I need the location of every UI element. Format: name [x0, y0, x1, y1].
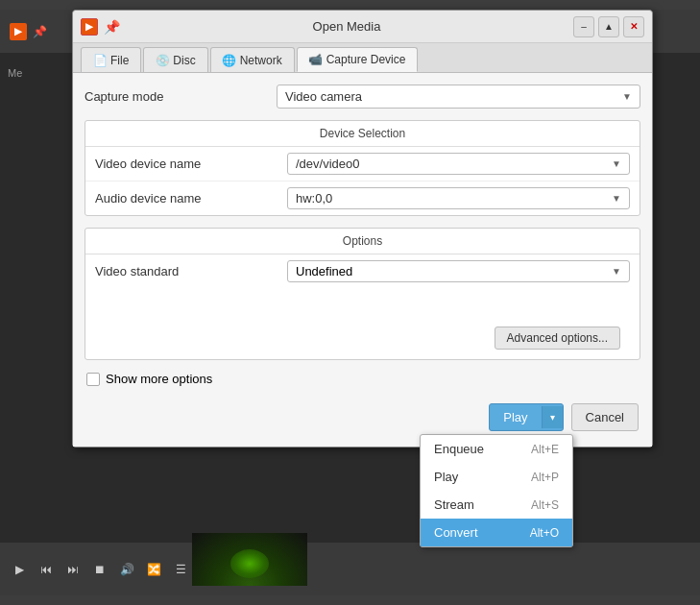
options-footer: Advanced options... — [85, 317, 640, 359]
tab-capture-label: Capture Device — [326, 53, 406, 66]
advanced-options-button[interactable]: Advanced options... — [495, 327, 620, 350]
video-standard-dropdown[interactable]: Undefined ▼ — [287, 260, 630, 282]
audio-device-row: Audio device name hw:0,0 ▼ — [85, 182, 640, 215]
shuffle-btn[interactable]: 🔀 — [144, 560, 163, 579]
file-icon: 📄 — [93, 54, 107, 67]
audio-device-value: hw:0,0 — [296, 191, 332, 206]
dropdown-enqueue[interactable]: Enqueue Alt+E — [421, 435, 572, 463]
convert-label: Convert — [434, 525, 478, 540]
show-more-label: Show more options — [106, 372, 212, 386]
video-device-dropdown[interactable]: /dev/video0 ▼ — [287, 153, 630, 175]
video-device-select[interactable]: /dev/video0 ▼ — [287, 153, 630, 175]
dialog-content: Capture mode Video camera ▼ Device Selec… — [73, 73, 652, 447]
viz-dot — [230, 549, 269, 578]
play-button-group[interactable]: Play ▾ — [489, 403, 563, 431]
vlc-bottom-bar: ▶ ⏮ ⏭ ⏹ 🔊 🔀 ☰ 🔁 ⤢ — [0, 543, 700, 595]
tab-bar: 📄 File 💿 Disc 🌐 Network 📹 Capture Device — [73, 43, 652, 73]
show-more-row: Show more options — [84, 372, 640, 386]
close-button[interactable]: ✕ — [623, 16, 644, 37]
vlc-label: 📌 — [33, 25, 47, 38]
tab-network[interactable]: 🌐 Network — [210, 47, 295, 72]
maximize-button[interactable]: ▲ — [598, 16, 619, 37]
open-media-dialog: ▶ 📌 Open Media – ▲ ✕ 📄 File 💿 Disc 🌐 Net… — [72, 10, 653, 448]
device-selection-box: Device Selection Video device name /dev/… — [84, 120, 640, 216]
video-device-label: Video device name — [95, 157, 287, 171]
cancel-button[interactable]: Cancel — [571, 403, 639, 431]
minimize-button[interactable]: – — [573, 16, 594, 37]
enqueue-label: Enqueue — [434, 442, 484, 456]
play-label: Play — [434, 470, 458, 484]
stream-label: Stream — [434, 497, 474, 512]
me-label: Me — [8, 67, 22, 79]
device-selection-title: Device Selection — [85, 121, 640, 147]
options-spacer — [85, 288, 640, 317]
dropdown-play[interactable]: Play Alt+P — [421, 463, 572, 491]
capture-mode-value: Video camera — [285, 89, 362, 104]
audio-device-dropdown[interactable]: hw:0,0 ▼ — [287, 187, 630, 209]
play-shortcut: Alt+P — [531, 471, 559, 484]
video-standard-arrow: ▼ — [612, 266, 621, 277]
tab-file-label: File — [110, 54, 129, 67]
tab-disc[interactable]: 💿 Disc — [143, 47, 207, 72]
list-btn[interactable]: ☰ — [171, 560, 190, 579]
video-device-row: Video device name /dev/video0 ▼ — [85, 147, 640, 182]
capture-mode-select[interactable]: Video camera ▼ — [277, 85, 640, 109]
play-dropdown-arrow[interactable]: ▾ — [542, 406, 563, 428]
vlc-icon: ▶ — [10, 23, 27, 40]
video-device-arrow: ▼ — [612, 158, 621, 169]
next-btn[interactable]: ⏭ — [63, 560, 83, 579]
capture-mode-arrow: ▼ — [622, 91, 632, 102]
bottom-buttons: Play ▾ Cancel Enqueue Alt+E Play Alt+P S… — [84, 399, 640, 435]
convert-shortcut: Alt+O — [530, 526, 559, 540]
video-standard-value: Undefined — [296, 264, 352, 278]
capture-mode-row: Capture mode Video camera ▼ — [84, 85, 640, 109]
video-device-value: /dev/video0 — [296, 157, 360, 171]
vol-btn[interactable]: 🔊 — [117, 560, 136, 579]
video-standard-select[interactable]: Undefined ▼ — [287, 260, 630, 282]
audio-visualizer — [192, 533, 307, 586]
tab-disc-label: Disc — [173, 54, 195, 67]
capture-icon: 📹 — [309, 53, 323, 66]
stream-shortcut: Alt+S — [531, 498, 559, 512]
enqueue-shortcut: Alt+E — [531, 443, 559, 456]
tab-capture[interactable]: 📹 Capture Device — [297, 47, 419, 72]
audio-device-select[interactable]: hw:0,0 ▼ — [287, 187, 630, 209]
play-button-text[interactable]: Play — [490, 404, 541, 430]
prev-btn[interactable]: ⏮ — [36, 560, 56, 579]
tab-file[interactable]: 📄 File — [81, 47, 141, 72]
play-dropdown-menu: Enqueue Alt+E Play Alt+P Stream Alt+S Co… — [420, 434, 573, 547]
pin-icon[interactable]: 📌 — [104, 19, 120, 35]
audio-device-label: Audio device name — [95, 191, 287, 206]
capture-mode-label: Capture mode — [84, 89, 277, 104]
title-bar: ▶ 📌 Open Media – ▲ ✕ — [73, 11, 652, 43]
capture-mode-dropdown[interactable]: Video camera ▼ — [277, 85, 640, 109]
network-icon: 🌐 — [223, 54, 236, 67]
stop-btn[interactable]: ⏹ — [90, 560, 109, 579]
options-title: Options — [85, 229, 640, 254]
dropdown-convert[interactable]: Convert Alt+O — [421, 519, 572, 546]
video-standard-row: Video standard Undefined ▼ — [85, 254, 640, 288]
options-box: Options Video standard Undefined ▼ Advan… — [84, 228, 640, 360]
window-controls: – ▲ ✕ — [573, 16, 644, 37]
app-icon: ▶ — [81, 18, 98, 36]
dialog-title: Open Media — [120, 19, 573, 34]
dropdown-stream[interactable]: Stream Alt+S — [421, 491, 572, 519]
play-btn-vlc[interactable]: ▶ — [10, 560, 29, 579]
audio-device-arrow: ▼ — [612, 193, 621, 204]
disc-icon: 💿 — [156, 54, 169, 67]
video-standard-label: Video standard — [95, 264, 287, 278]
tab-network-label: Network — [240, 54, 282, 67]
show-more-checkbox[interactable] — [86, 373, 100, 386]
